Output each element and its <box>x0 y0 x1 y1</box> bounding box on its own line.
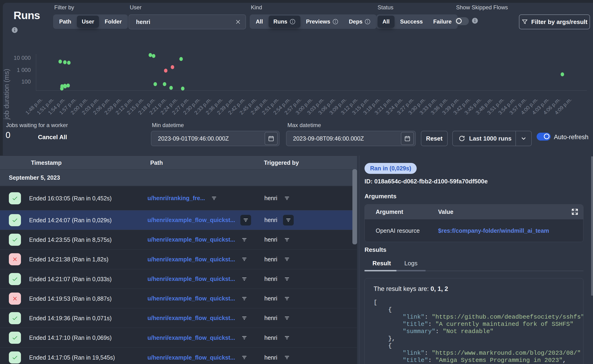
run-path-link[interactable]: u/henri/example_flow_quickst... <box>147 236 235 243</box>
clear-user-icon[interactable] <box>231 15 245 29</box>
result-json: [ { "link": "https://github.com/deadbeef… <box>374 299 583 364</box>
json-line: [ <box>374 299 583 306</box>
filter-by-option-folder[interactable]: Folder <box>100 16 126 28</box>
status-option-label: Failure <box>433 18 452 25</box>
panel-scrollbar[interactable] <box>591 156 593 296</box>
filter-by-path-icon[interactable] <box>240 353 248 361</box>
skipped-flows-info-icon[interactable] <box>471 17 478 24</box>
table-scrollbar[interactable] <box>352 169 357 244</box>
success-point[interactable] <box>152 54 155 58</box>
failure-point[interactable] <box>164 69 167 73</box>
run-path-link[interactable]: u/henri/example_flow_quickst... <box>147 354 235 361</box>
filter-by-user-icon[interactable] <box>283 215 294 226</box>
tab-result[interactable]: Result <box>372 260 391 267</box>
status-option-success[interactable]: Success <box>395 16 428 28</box>
filter-by-path-icon[interactable] <box>240 295 248 303</box>
success-point[interactable] <box>59 59 62 64</box>
run-row[interactable]: Ended 14:19:36 (Ran in 0,071s)u/henri/ex… <box>0 308 357 328</box>
success-point[interactable] <box>181 87 184 91</box>
min-datetime-input[interactable] <box>152 135 265 142</box>
info-icon[interactable] <box>364 19 371 25</box>
kind-option-deps[interactable]: Deps <box>344 16 376 28</box>
last-runs-button[interactable]: Last 1000 runs <box>452 131 532 146</box>
min-calendar-icon[interactable] <box>265 132 278 145</box>
success-point[interactable] <box>561 72 564 76</box>
user-filter-box <box>129 14 246 29</box>
run-path-link[interactable]: u/henri/example_flow_quickst... <box>147 256 235 263</box>
max-calendar-icon[interactable] <box>401 132 414 145</box>
runs-dropdown-button[interactable] <box>516 131 531 146</box>
run-path-link[interactable]: u/henri/example_flow_quickst... <box>147 315 235 321</box>
filter-by-path-icon[interactable] <box>240 334 248 342</box>
filter-by-path-icon[interactable] <box>240 255 248 263</box>
expand-icon[interactable] <box>571 208 579 216</box>
info-icon[interactable] <box>290 19 296 25</box>
argument-value-link[interactable]: $res:f/company-folder/windmill_ai_team <box>438 227 549 234</box>
filter-by-user-icon[interactable] <box>283 194 291 202</box>
success-point[interactable] <box>169 86 173 90</box>
success-point[interactable] <box>163 82 166 86</box>
run-path-link[interactable]: u/henri/ranking_fre... <box>147 195 205 202</box>
run-path-link[interactable]: u/henri/example_flow_quickst... <box>147 276 235 282</box>
run-row[interactable]: Ended 16:03:05 (Ran in 0,452s)u/henri/ra… <box>0 186 357 210</box>
status-option-failure[interactable]: Failure <box>428 16 456 28</box>
max-datetime-input[interactable] <box>286 135 401 142</box>
success-point[interactable] <box>153 82 157 86</box>
filter-by-user-icon[interactable] <box>283 334 291 342</box>
success-point[interactable] <box>66 84 70 87</box>
filter-by-path-icon[interactable] <box>240 215 251 226</box>
filter-by-path-icon[interactable] <box>210 194 218 202</box>
run-path-link[interactable]: u/henri/example_flow_quickst... <box>147 295 235 302</box>
success-point[interactable] <box>179 57 183 61</box>
filter-by-path-icon[interactable] <box>240 275 248 283</box>
filter-by-label: Filter by <box>54 4 74 11</box>
show-skipped-flows-toggle[interactable] <box>455 17 469 25</box>
path-cell: u/henri/example_flow_quickst... <box>147 334 248 342</box>
run-row[interactable]: Ended 14:23:55 (Ran in 8,575s)u/henri/ex… <box>0 230 357 249</box>
success-point[interactable] <box>67 61 71 65</box>
success-point[interactable] <box>149 53 152 57</box>
date-group-header: September 5, 2023 <box>0 169 357 186</box>
filter-by-option-path[interactable]: Path <box>54 16 76 28</box>
run-row[interactable]: Ended 14:19:53 (Ran in 0,887s)u/henri/ex… <box>0 289 357 308</box>
filter-by-path-icon[interactable] <box>240 236 248 244</box>
success-point[interactable] <box>63 60 67 64</box>
kind-option-all[interactable]: All <box>251 16 268 28</box>
failure-point[interactable] <box>171 65 174 69</box>
filter-by-user-icon[interactable] <box>283 295 291 303</box>
filter-by-user-icon[interactable] <box>283 275 291 283</box>
filter-by-user-icon[interactable] <box>283 314 291 322</box>
status-option-all[interactable]: All <box>378 16 395 28</box>
kind-option-runs[interactable]: Runs <box>269 16 300 28</box>
run-row[interactable]: Ended 14:21:07 (Ran in 0,033s)u/henri/ex… <box>0 269 357 289</box>
auto-refresh-toggle[interactable] <box>537 133 551 141</box>
run-row[interactable]: Ended 14:17:10 (Ran in 0,069s)u/henri/ex… <box>0 328 357 347</box>
run-path-link[interactable]: u/henri/example_flow_quickst... <box>147 217 235 223</box>
filter-by-user-icon[interactable] <box>283 353 291 361</box>
filter-by-path-icon[interactable] <box>240 314 248 322</box>
filter-by-user-icon[interactable] <box>283 255 291 263</box>
kind-option-previews[interactable]: Previews <box>301 16 343 28</box>
run-row[interactable]: Ended 14:17:05 (Ran in 19,545s)u/henri/e… <box>0 347 357 364</box>
path-cell: u/henri/example_flow_quickst... <box>147 236 248 244</box>
reset-button[interactable]: Reset <box>421 131 448 146</box>
panel-divider <box>359 156 359 364</box>
path-cell: u/henri/example_flow_quickst... <box>147 314 248 322</box>
json-line: "title": "Amiga Systems Programming in 2… <box>374 357 583 364</box>
run-path-link[interactable]: u/henri/example_flow_quickst... <box>147 334 235 341</box>
cancel-all-button[interactable]: Cancel All <box>38 134 67 141</box>
triggered-by-user: henri <box>264 295 277 302</box>
filter-by-args-button[interactable]: Filter by args/result <box>519 14 590 29</box>
runs-info-icon[interactable] <box>11 26 18 33</box>
run-timestamp: Ended 14:19:36 (Ran in 0,071s) <box>29 315 112 321</box>
tab-logs[interactable]: Logs <box>404 260 417 267</box>
run-row[interactable]: Ended 14:24:07 (Ran in 0,029s)u/henri/ex… <box>0 210 357 230</box>
run-row[interactable]: Ended 14:21:38 (Ran in 1,82s)u/henri/exa… <box>0 249 357 269</box>
min-datetime-box <box>151 131 279 146</box>
user-filter-input[interactable] <box>129 19 231 25</box>
filter-by-user-icon[interactable] <box>283 236 291 244</box>
triggered-by-cell: henri <box>264 236 291 244</box>
info-icon[interactable] <box>332 19 338 25</box>
failure-icon <box>9 292 21 305</box>
filter-by-option-user[interactable]: User <box>77 16 99 28</box>
